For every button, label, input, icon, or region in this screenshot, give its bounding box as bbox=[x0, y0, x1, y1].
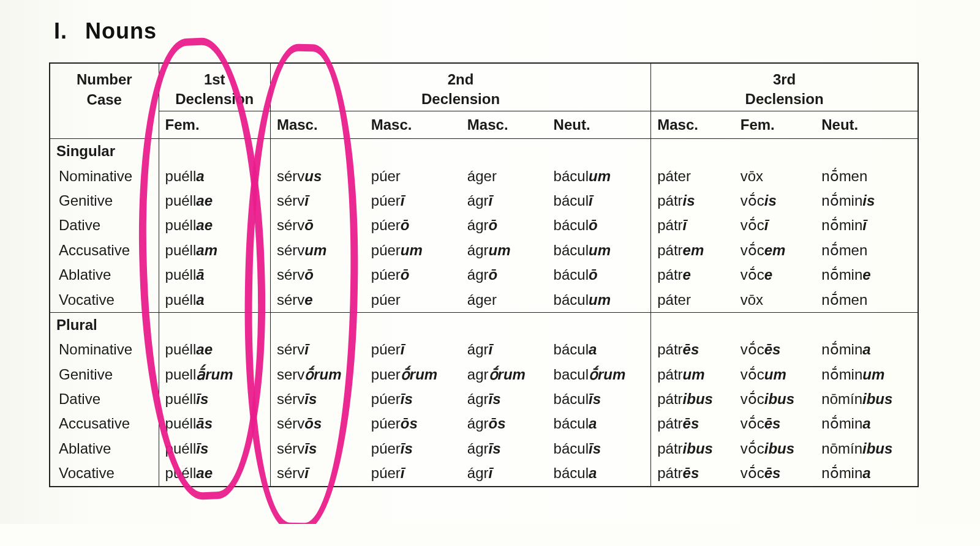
word-stem: páter bbox=[657, 168, 691, 184]
table-cell: puéllae bbox=[159, 337, 270, 362]
word-stem: sérv bbox=[277, 217, 304, 233]
word-stem: vōx bbox=[741, 291, 763, 308]
table-cell: sérvī bbox=[270, 337, 364, 362]
section-blank bbox=[461, 312, 548, 337]
header-3rd-declension: 3rd Declension bbox=[651, 63, 918, 111]
word-ending: ae bbox=[196, 341, 213, 357]
table-cell: puéllae bbox=[159, 189, 270, 213]
table-cell: ágrī bbox=[461, 189, 548, 213]
table-cell: báculum bbox=[548, 288, 651, 313]
word-stem: puéll bbox=[165, 291, 197, 308]
word-stem: nṓmin bbox=[821, 366, 862, 383]
page-title: I. Nouns bbox=[54, 18, 949, 44]
word-stem: ágr bbox=[467, 391, 489, 407]
word-ending: ibus bbox=[683, 391, 713, 407]
word-ending: ās bbox=[196, 415, 213, 432]
word-ending: ṓrum bbox=[304, 366, 341, 383]
table-cell: ágrum bbox=[461, 238, 548, 263]
word-stem: bácul bbox=[554, 440, 589, 457]
table-cell: sérve bbox=[270, 288, 364, 313]
word-ending: ōs bbox=[401, 415, 418, 432]
word-stem: áger bbox=[467, 291, 497, 308]
table-cell: púerī bbox=[365, 337, 461, 362]
table-cell: báculī bbox=[548, 189, 651, 213]
table-cell: puélla bbox=[159, 288, 270, 313]
word-stem: vṓc bbox=[741, 192, 764, 209]
word-stem: nṓmen bbox=[821, 291, 867, 308]
word-ending: ṓrum bbox=[489, 366, 526, 383]
word-stem: ágr bbox=[467, 242, 489, 258]
section-blank bbox=[159, 312, 270, 337]
word-ending: a bbox=[589, 341, 597, 357]
word-stem: áger bbox=[467, 168, 497, 184]
table-cell: servṓrum bbox=[270, 362, 364, 387]
word-stem: vōx bbox=[741, 168, 763, 184]
title-text: Nouns bbox=[85, 18, 157, 43]
table-cell: nṓmina bbox=[815, 461, 918, 486]
word-stem: sérv bbox=[277, 242, 304, 258]
section-blank bbox=[159, 139, 270, 164]
word-stem: nṓmin bbox=[821, 465, 862, 481]
word-ending: īs bbox=[196, 391, 208, 407]
section-blank bbox=[651, 312, 734, 337]
word-stem: sérv bbox=[277, 415, 304, 432]
case-label: Nominative bbox=[50, 164, 159, 189]
section-blank bbox=[815, 312, 918, 337]
table-cell: púerum bbox=[365, 238, 461, 263]
table-cell: nōmínibus bbox=[815, 436, 918, 461]
table-cell: sérvīs bbox=[270, 387, 364, 411]
table-cell: sérvī bbox=[270, 189, 364, 213]
page: I. Nouns Number Case 1st Declension 2nd … bbox=[0, 0, 980, 524]
word-ending: ae bbox=[196, 465, 213, 481]
table-cell: vṓcis bbox=[734, 189, 816, 213]
word-ending: ēs bbox=[683, 415, 699, 432]
table-cell: vṓcum bbox=[734, 362, 816, 387]
word-stem: ágr bbox=[467, 415, 489, 432]
word-stem: sérv bbox=[277, 465, 304, 481]
declension-table: Number Case 1st Declension 2nd Declensio… bbox=[49, 62, 919, 487]
table-cell: nṓmine bbox=[815, 263, 918, 287]
table-cell: páter bbox=[651, 164, 734, 189]
table-cell: sérvus bbox=[270, 164, 364, 189]
word-ending: īs bbox=[401, 440, 413, 457]
table-cell: pátrēs bbox=[651, 337, 734, 362]
word-stem: pátr bbox=[657, 440, 682, 457]
table-cell: púerōs bbox=[365, 411, 461, 436]
word-ending: ī bbox=[862, 217, 867, 233]
word-stem: púer bbox=[371, 266, 401, 283]
header-gender-1: Masc. bbox=[270, 111, 364, 138]
word-stem: púer bbox=[371, 192, 401, 209]
word-ending: ī bbox=[401, 465, 405, 481]
word-ending: ibus bbox=[862, 440, 892, 457]
word-ending: ēs bbox=[764, 341, 781, 357]
table-cell: páter bbox=[651, 288, 734, 313]
section-blank bbox=[270, 139, 364, 164]
table-cell: púer bbox=[365, 164, 461, 189]
table-cell: vṓcibus bbox=[734, 387, 816, 411]
case-label: Genitive bbox=[50, 362, 159, 387]
table-cell: pátrēs bbox=[651, 411, 734, 436]
word-stem: agr bbox=[467, 366, 489, 383]
word-ending: ēs bbox=[683, 341, 699, 357]
word-ending: ō bbox=[304, 217, 314, 233]
word-stem: nṓmen bbox=[821, 168, 867, 184]
word-ending: am bbox=[196, 242, 217, 258]
table-cell: puéllīs bbox=[159, 436, 270, 461]
word-ending: īs bbox=[489, 440, 501, 457]
word-stem: sérv bbox=[277, 341, 304, 357]
word-ending: ō bbox=[589, 217, 598, 233]
word-stem: puer bbox=[371, 366, 401, 383]
case-label: Ablative bbox=[50, 263, 159, 287]
word-stem: bácul bbox=[554, 465, 589, 481]
table-cell: vṓcī bbox=[734, 213, 816, 237]
word-ending: ā bbox=[196, 266, 204, 283]
word-ending: a bbox=[862, 341, 870, 357]
word-stem: sérv bbox=[277, 168, 304, 184]
word-ending: ṓrum bbox=[401, 366, 437, 383]
table-cell: púerō bbox=[365, 213, 461, 237]
word-stem: sérv bbox=[277, 192, 304, 209]
word-ending: ī bbox=[489, 192, 493, 209]
table-cell: sérvum bbox=[270, 238, 364, 263]
word-ending: ō bbox=[489, 217, 498, 233]
table-cell: nṓminum bbox=[815, 362, 918, 387]
